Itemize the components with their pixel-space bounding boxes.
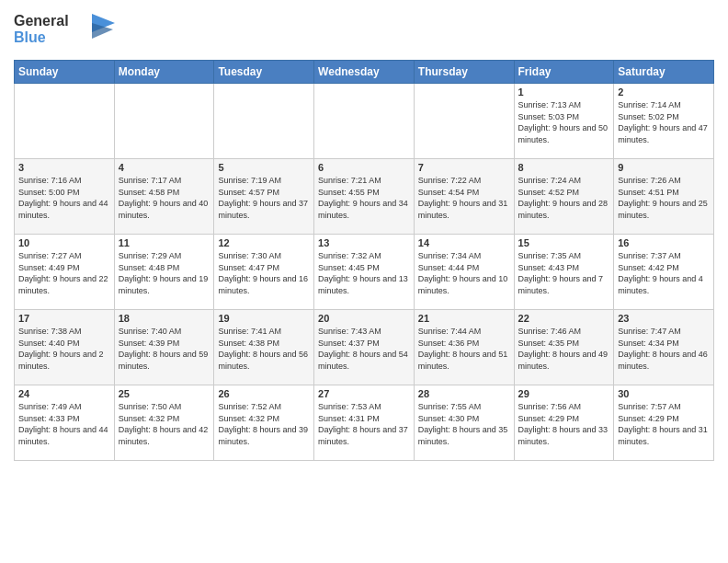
weekday-header-row: SundayMondayTuesdayWednesdayThursdayFrid…: [15, 61, 714, 84]
logo-svg: General Blue: [14, 9, 115, 51]
calendar-cell: 8Sunrise: 7:24 AM Sunset: 4:52 PM Daylig…: [514, 159, 614, 235]
calendar-cell: 6Sunrise: 7:21 AM Sunset: 4:55 PM Daylig…: [314, 159, 415, 235]
day-number: 9: [618, 162, 710, 173]
week-row-1: 3Sunrise: 7:16 AM Sunset: 5:00 PM Daylig…: [15, 159, 714, 235]
weekday-header-thursday: Thursday: [414, 61, 514, 84]
day-number: 23: [618, 313, 710, 324]
weekday-header-monday: Monday: [114, 61, 214, 84]
calendar-cell: 27Sunrise: 7:53 AM Sunset: 4:31 PM Dayli…: [314, 385, 415, 461]
svg-text:General: General: [14, 13, 69, 29]
calendar-cell: 20Sunrise: 7:43 AM Sunset: 4:37 PM Dayli…: [314, 310, 415, 385]
calendar-cell: 28Sunrise: 7:55 AM Sunset: 4:30 PM Dayli…: [414, 385, 514, 461]
day-info: Sunrise: 7:14 AM Sunset: 5:02 PM Dayligh…: [618, 99, 710, 145]
calendar-cell: 10Sunrise: 7:27 AM Sunset: 4:49 PM Dayli…: [15, 235, 115, 310]
day-info: Sunrise: 7:21 AM Sunset: 4:55 PM Dayligh…: [318, 175, 410, 221]
day-number: 10: [18, 237, 110, 248]
day-number: 28: [418, 388, 510, 399]
day-info: Sunrise: 7:19 AM Sunset: 4:57 PM Dayligh…: [218, 175, 310, 221]
day-info: Sunrise: 7:55 AM Sunset: 4:30 PM Dayligh…: [418, 401, 510, 447]
day-info: Sunrise: 7:43 AM Sunset: 4:37 PM Dayligh…: [318, 326, 410, 372]
calendar-cell: 5Sunrise: 7:19 AM Sunset: 4:57 PM Daylig…: [214, 159, 314, 235]
day-info: Sunrise: 7:34 AM Sunset: 4:44 PM Dayligh…: [418, 250, 510, 296]
day-number: 17: [18, 313, 110, 324]
day-number: 19: [218, 313, 310, 324]
day-info: Sunrise: 7:32 AM Sunset: 4:45 PM Dayligh…: [318, 250, 410, 296]
day-info: Sunrise: 7:56 AM Sunset: 4:29 PM Dayligh…: [518, 401, 610, 447]
calendar-cell: 9Sunrise: 7:26 AM Sunset: 4:51 PM Daylig…: [614, 159, 714, 235]
calendar-cell: 14Sunrise: 7:34 AM Sunset: 4:44 PM Dayli…: [414, 235, 514, 310]
weekday-header-tuesday: Tuesday: [214, 61, 314, 84]
day-number: 8: [518, 162, 610, 173]
calendar-cell: 30Sunrise: 7:57 AM Sunset: 4:29 PM Dayli…: [614, 385, 714, 461]
day-info: Sunrise: 7:47 AM Sunset: 4:34 PM Dayligh…: [618, 326, 710, 372]
page-container: General Blue SundayMondayTuesdayWednesda…: [0, 0, 728, 563]
calendar-cell: 11Sunrise: 7:29 AM Sunset: 4:48 PM Dayli…: [114, 235, 214, 310]
calendar-cell: 23Sunrise: 7:47 AM Sunset: 4:34 PM Dayli…: [614, 310, 714, 385]
calendar-cell: 3Sunrise: 7:16 AM Sunset: 5:00 PM Daylig…: [15, 159, 115, 235]
day-info: Sunrise: 7:41 AM Sunset: 4:38 PM Dayligh…: [218, 326, 310, 372]
calendar-cell: 25Sunrise: 7:50 AM Sunset: 4:32 PM Dayli…: [114, 385, 214, 461]
day-number: 1: [518, 86, 610, 98]
day-info: Sunrise: 7:37 AM Sunset: 4:42 PM Dayligh…: [618, 250, 710, 296]
weekday-header-friday: Friday: [514, 61, 614, 84]
day-number: 18: [119, 313, 210, 324]
calendar-cell: 13Sunrise: 7:32 AM Sunset: 4:45 PM Dayli…: [314, 235, 415, 310]
calendar-cell: [414, 84, 514, 159]
day-info: Sunrise: 7:44 AM Sunset: 4:36 PM Dayligh…: [418, 326, 510, 372]
day-info: Sunrise: 7:46 AM Sunset: 4:35 PM Dayligh…: [518, 326, 610, 372]
day-info: Sunrise: 7:27 AM Sunset: 4:49 PM Dayligh…: [18, 250, 110, 296]
day-number: 16: [618, 237, 710, 248]
calendar-cell: [15, 84, 115, 159]
day-number: 21: [418, 313, 510, 324]
day-number: 15: [518, 237, 610, 248]
day-number: 14: [418, 237, 510, 248]
weekday-header-saturday: Saturday: [614, 61, 714, 84]
day-number: 5: [218, 162, 310, 173]
week-row-2: 10Sunrise: 7:27 AM Sunset: 4:49 PM Dayli…: [15, 235, 714, 310]
day-info: Sunrise: 7:17 AM Sunset: 4:58 PM Dayligh…: [119, 175, 210, 221]
calendar-cell: [214, 84, 314, 159]
week-row-4: 24Sunrise: 7:49 AM Sunset: 4:33 PM Dayli…: [15, 385, 714, 461]
week-row-3: 17Sunrise: 7:38 AM Sunset: 4:40 PM Dayli…: [15, 310, 714, 385]
day-info: Sunrise: 7:35 AM Sunset: 4:43 PM Dayligh…: [518, 250, 610, 296]
calendar-cell: 26Sunrise: 7:52 AM Sunset: 4:32 PM Dayli…: [214, 385, 314, 461]
day-number: 4: [119, 162, 210, 173]
calendar-cell: [114, 84, 214, 159]
day-info: Sunrise: 7:57 AM Sunset: 4:29 PM Dayligh…: [618, 401, 710, 447]
calendar-cell: [314, 84, 415, 159]
calendar-cell: 24Sunrise: 7:49 AM Sunset: 4:33 PM Dayli…: [15, 385, 115, 461]
calendar-cell: 12Sunrise: 7:30 AM Sunset: 4:47 PM Dayli…: [214, 235, 314, 310]
calendar-cell: 22Sunrise: 7:46 AM Sunset: 4:35 PM Dayli…: [514, 310, 614, 385]
calendar-cell: 15Sunrise: 7:35 AM Sunset: 4:43 PM Dayli…: [514, 235, 614, 310]
calendar-cell: 16Sunrise: 7:37 AM Sunset: 4:42 PM Dayli…: [614, 235, 714, 310]
weekday-header-wednesday: Wednesday: [314, 61, 415, 84]
day-info: Sunrise: 7:40 AM Sunset: 4:39 PM Dayligh…: [119, 326, 210, 372]
day-info: Sunrise: 7:30 AM Sunset: 4:47 PM Dayligh…: [218, 250, 310, 296]
day-number: 25: [119, 388, 210, 399]
week-row-0: 1Sunrise: 7:13 AM Sunset: 5:03 PM Daylig…: [15, 84, 714, 159]
day-info: Sunrise: 7:53 AM Sunset: 4:31 PM Dayligh…: [318, 401, 410, 447]
day-number: 2: [618, 86, 710, 98]
day-number: 12: [218, 237, 310, 248]
page-header: General Blue: [14, 9, 714, 54]
calendar-cell: 29Sunrise: 7:56 AM Sunset: 4:29 PM Dayli…: [514, 385, 614, 461]
calendar-cell: 4Sunrise: 7:17 AM Sunset: 4:58 PM Daylig…: [114, 159, 214, 235]
day-number: 22: [518, 313, 610, 324]
calendar-table: SundayMondayTuesdayWednesdayThursdayFrid…: [14, 60, 714, 461]
day-number: 6: [318, 162, 410, 173]
calendar-cell: 21Sunrise: 7:44 AM Sunset: 4:36 PM Dayli…: [414, 310, 514, 385]
day-info: Sunrise: 7:16 AM Sunset: 5:00 PM Dayligh…: [18, 175, 110, 221]
day-number: 7: [418, 162, 510, 173]
logo: General Blue: [14, 9, 115, 54]
day-number: 29: [518, 388, 610, 399]
day-number: 26: [218, 388, 310, 399]
calendar-cell: 17Sunrise: 7:38 AM Sunset: 4:40 PM Dayli…: [15, 310, 115, 385]
day-info: Sunrise: 7:24 AM Sunset: 4:52 PM Dayligh…: [518, 175, 610, 221]
day-number: 3: [18, 162, 110, 173]
day-info: Sunrise: 7:26 AM Sunset: 4:51 PM Dayligh…: [618, 175, 710, 221]
day-number: 20: [318, 313, 410, 324]
day-number: 13: [318, 237, 410, 248]
day-info: Sunrise: 7:29 AM Sunset: 4:48 PM Dayligh…: [119, 250, 210, 296]
day-number: 11: [119, 237, 210, 248]
day-info: Sunrise: 7:50 AM Sunset: 4:32 PM Dayligh…: [119, 401, 210, 447]
